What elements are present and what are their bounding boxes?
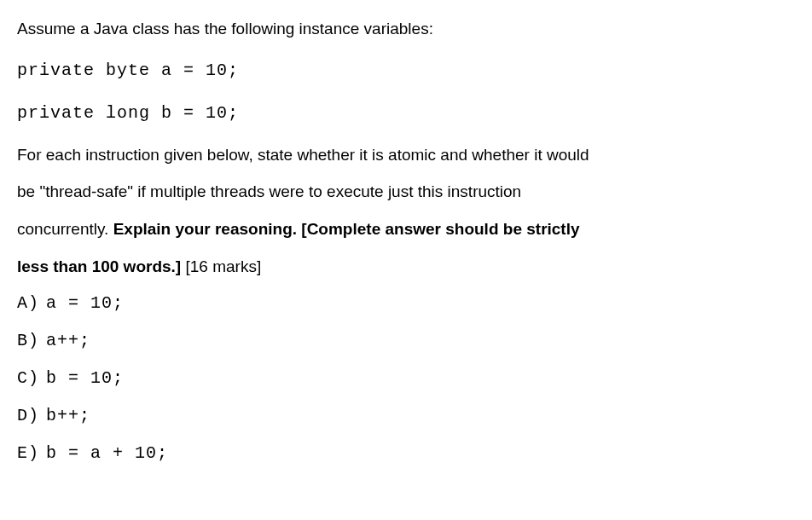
question-line-2: be "thread-safe" if multiple threads wer…	[17, 173, 795, 211]
declaration-2: private long b = 10;	[17, 94, 795, 133]
option-code: a = 10;	[46, 293, 124, 313]
question-line-4: less than 100 words.] [16 marks]	[17, 248, 795, 286]
declaration-1: private byte a = 10;	[17, 51, 795, 90]
option-a: A)a = 10;	[17, 285, 795, 322]
option-code: a++;	[46, 331, 90, 350]
intro-text: Assume a Java class has the following in…	[17, 10, 795, 48]
option-e: E)b = a + 10;	[17, 435, 795, 472]
question-line-3-bold: Explain your reasoning. [Complete answer…	[113, 220, 580, 238]
option-code: b++;	[46, 406, 90, 425]
option-label: B)	[17, 331, 39, 350]
option-label: D)	[17, 406, 39, 425]
question-line-3: concurrently. Explain your reasoning. [C…	[17, 211, 795, 248]
option-code: b = 10;	[46, 368, 124, 388]
option-b: B)a++;	[17, 322, 795, 360]
option-code: b = a + 10;	[46, 443, 168, 463]
question-line-1: For each instruction given below, state …	[17, 136, 795, 174]
question-line-4-plain: [16 marks]	[181, 257, 261, 275]
option-label: E)	[17, 443, 39, 463]
option-c: C)b = 10;	[17, 360, 795, 397]
question-line-3-plain: concurrently.	[17, 220, 113, 238]
question-line-4-bold: less than 100 words.]	[17, 257, 181, 275]
option-label: A)	[17, 293, 39, 313]
option-d: D)b++;	[17, 397, 795, 435]
option-label: C)	[17, 368, 39, 388]
question-block: For each instruction given below, state …	[17, 136, 795, 286]
